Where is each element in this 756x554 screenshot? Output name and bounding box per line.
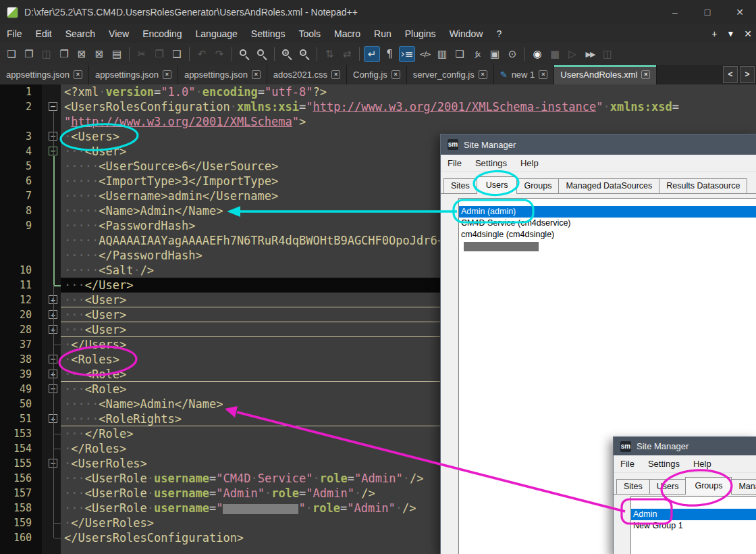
indent-guide-icon[interactable]: ›≡ bbox=[399, 46, 415, 62]
editor-line[interactable]: 2–<UsersRolesConfiguration·xmlns:xsi="ht… bbox=[0, 99, 756, 114]
menu-item-settings[interactable]: Settings bbox=[244, 24, 292, 43]
zoom-in-icon-glyph: + bbox=[281, 49, 292, 59]
close-button[interactable]: ✕ bbox=[724, 0, 756, 24]
tab-list-dropdown-icon[interactable]: ▼ bbox=[726, 29, 734, 39]
list-item[interactable]: New Group 1 bbox=[631, 520, 756, 532]
site-manager-2-tab-managed-datasources[interactable]: Managed DataSources bbox=[731, 479, 756, 494]
menu-item-view[interactable]: View bbox=[102, 24, 136, 43]
tab-close-icon[interactable]: × bbox=[641, 70, 650, 79]
list-item[interactable]: Admin bbox=[631, 509, 756, 520]
user-language-icon[interactable]: </> bbox=[416, 46, 433, 62]
document-tab-appsettings-json[interactable]: appsettings.json× bbox=[0, 65, 89, 84]
site-manager-menu-file[interactable]: File bbox=[441, 158, 468, 168]
show-all-characters-icon[interactable]: ¶ bbox=[381, 46, 398, 62]
document-tab-appsettings-json[interactable]: appsettings.json× bbox=[89, 65, 178, 84]
replace-icon[interactable] bbox=[254, 46, 270, 62]
toolbar-separator bbox=[189, 47, 190, 61]
document-map-icon[interactable]: ▥ bbox=[434, 46, 450, 62]
zoom-in-icon[interactable]: + bbox=[279, 46, 295, 62]
tab-close-icon[interactable]: × bbox=[252, 70, 261, 79]
snapshot-icon[interactable]: ⊙ bbox=[504, 46, 520, 62]
find-icon-glyph bbox=[239, 49, 250, 59]
site-manager-2-menu-settings[interactable]: Settings bbox=[641, 459, 686, 469]
line-number: 1 bbox=[0, 84, 42, 99]
document-tab-usersandroles-xml[interactable]: UsersAndRoles.xml× bbox=[554, 65, 657, 84]
print-icon[interactable]: ▤ bbox=[109, 46, 125, 62]
line-number: 157 bbox=[0, 486, 42, 501]
macro-run-multiple-icon[interactable]: ▶▶ bbox=[582, 46, 598, 62]
menu-item-[interactable]: ? bbox=[489, 24, 508, 43]
menu-item-search[interactable]: Search bbox=[59, 24, 102, 43]
minimize-button[interactable]: – bbox=[659, 0, 691, 24]
list-item[interactable]: CM4D Service (cm4dservice) bbox=[459, 218, 756, 229]
list-item[interactable]: Admin (admin) bbox=[459, 206, 756, 218]
list-item-redacted[interactable] bbox=[459, 242, 756, 253]
tab-close-icon[interactable]: × bbox=[479, 70, 487, 79]
menu-item-encoding[interactable]: Encoding bbox=[136, 24, 188, 43]
site-manager-tab-managed-datasources[interactable]: Managed DataSources bbox=[558, 178, 659, 193]
site-manager-menu-settings[interactable]: Settings bbox=[468, 158, 514, 168]
line-number: 50 bbox=[0, 397, 42, 411]
editor-line[interactable]: 1<?xml·version="1.0"·encoding="utf-8"?> bbox=[0, 84, 756, 99]
menu-item-file[interactable]: File bbox=[0, 24, 29, 43]
tab-close-icon[interactable]: × bbox=[74, 70, 82, 79]
tab-scroll-buttons: <> bbox=[723, 66, 755, 83]
new-tab-button[interactable]: + bbox=[711, 28, 717, 39]
zoom-out-icon[interactable]: − bbox=[296, 46, 313, 62]
line-number: 154 bbox=[0, 441, 42, 456]
tab-close-icon[interactable]: × bbox=[163, 70, 171, 79]
site-manager-menu-help[interactable]: Help bbox=[514, 158, 545, 168]
document-tab-ados2021-css[interactable]: ados2021.css× bbox=[267, 65, 347, 84]
site-manager-2-titlebar[interactable]: sm Site Manager bbox=[614, 437, 756, 455]
menu-item-run[interactable]: Run bbox=[367, 24, 398, 43]
document-tab-appsettings-json[interactable]: appsettings.json× bbox=[178, 65, 267, 84]
tab-label: server_config.js bbox=[413, 70, 475, 80]
menu-item-window[interactable]: Window bbox=[443, 24, 490, 43]
tab-scroll-right-button[interactable]: > bbox=[740, 66, 755, 83]
fold-margin-cell bbox=[42, 203, 61, 218]
document-tab-new-1[interactable]: ✎new 1× bbox=[494, 65, 555, 84]
close-all-icon[interactable]: ⊠ bbox=[91, 46, 107, 62]
close-icon[interactable]: ⊠ bbox=[74, 46, 90, 62]
monitoring-icon[interactable]: ▣ bbox=[487, 46, 503, 62]
open-file-icon[interactable]: ❒ bbox=[21, 46, 37, 62]
site-manager-2-menu-help[interactable]: Help bbox=[686, 459, 718, 469]
close-tab-button[interactable]: ✕ bbox=[744, 28, 752, 39]
site-manager-tab-sites[interactable]: Sites bbox=[443, 178, 477, 193]
site-manager-tab-users[interactable]: Users bbox=[477, 176, 518, 194]
word-wrap-icon[interactable]: ↵ bbox=[364, 46, 380, 62]
site-manager-2-tab-groups[interactable]: Groups bbox=[685, 477, 732, 495]
document-tab-config-js[interactable]: Config.js× bbox=[347, 65, 407, 84]
site-manager-2-menu-file[interactable]: File bbox=[614, 459, 641, 469]
site-manager-tab-groups[interactable]: Groups bbox=[516, 178, 559, 193]
groups-list[interactable]: AdminNew Group 1 bbox=[630, 496, 756, 554]
tab-scroll-left-button[interactable]: < bbox=[723, 66, 738, 83]
maximize-button[interactable]: □ bbox=[691, 0, 724, 24]
paste-icon[interactable]: ❑ bbox=[169, 46, 185, 62]
menu-item-language[interactable]: Language bbox=[189, 24, 244, 43]
editor-line[interactable]: "http://www.w3.org/2001/XMLSchema"> bbox=[0, 114, 756, 129]
save-icon: ◫ bbox=[38, 46, 55, 62]
list-item[interactable]: cm4dsingle (cm4dsingle) bbox=[459, 229, 756, 241]
fold-margin-cell: – bbox=[42, 99, 61, 114]
menu-item-tools[interactable]: Tools bbox=[292, 24, 327, 43]
tab-close-icon[interactable]: × bbox=[392, 70, 400, 79]
macro-record-icon[interactable]: ◉ bbox=[529, 46, 545, 62]
document-tab-server-config-js[interactable]: server_config.js× bbox=[407, 65, 494, 84]
tab-close-icon[interactable]: × bbox=[331, 70, 340, 79]
menu-item-plugins[interactable]: Plugins bbox=[398, 24, 443, 43]
site-manager-2-tab-users[interactable]: Users bbox=[649, 479, 686, 494]
site-manager-2-tab-sites[interactable]: Sites bbox=[616, 479, 650, 494]
line-number: 4 bbox=[0, 144, 42, 159]
document-list-icon[interactable]: ❏ bbox=[452, 46, 468, 62]
function-list-icon[interactable]: ƒx bbox=[469, 46, 485, 62]
save-all-icon[interactable]: ❐ bbox=[56, 46, 72, 62]
tab-close-icon[interactable]: × bbox=[539, 70, 547, 79]
menu-item-macro[interactable]: Macro bbox=[327, 24, 367, 43]
fold-collapse-icon[interactable]: – bbox=[49, 102, 57, 111]
site-manager-tab-results-datasource[interactable]: Results Datasource bbox=[659, 178, 747, 193]
find-icon[interactable] bbox=[236, 46, 252, 62]
menu-item-edit[interactable]: Edit bbox=[29, 24, 59, 43]
site-manager-titlebar[interactable]: sm Site Manager bbox=[441, 134, 756, 155]
new-file-icon[interactable]: ❏ bbox=[3, 46, 20, 62]
